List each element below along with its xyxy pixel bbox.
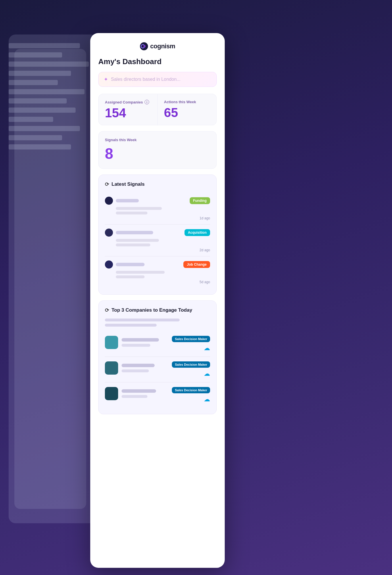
actions-week-label: Actions this Week bbox=[164, 100, 210, 104]
company-info-1 bbox=[122, 338, 172, 347]
signal-top-row-2: Acquisition bbox=[105, 229, 210, 237]
badge-sdm-3: Sales Decision Maker bbox=[172, 387, 210, 393]
signal-desc-bars-2 bbox=[116, 239, 210, 246]
company-name-bar-3 bbox=[122, 389, 156, 393]
cognism-logo-icon bbox=[140, 42, 148, 50]
company-left-3 bbox=[105, 387, 172, 400]
signal-time-3: 5d ago bbox=[105, 280, 210, 284]
background-lines bbox=[9, 43, 98, 154]
company-item-1[interactable]: Sales Decision Maker ☁ bbox=[105, 331, 210, 357]
badge-funding-1: Funding bbox=[190, 197, 210, 204]
company-sub-bar-2 bbox=[122, 369, 149, 372]
latest-signals-header: ⟳ Latest Signals bbox=[105, 181, 210, 187]
company-logo-1 bbox=[105, 336, 118, 349]
latest-signals-title: Latest Signals bbox=[112, 181, 145, 187]
signal-company-row-1 bbox=[105, 197, 139, 205]
companies-header-icon: ⟳ bbox=[105, 307, 109, 313]
signal-item-3[interactable]: Job Change 5d ago bbox=[105, 256, 210, 288]
company-right-3: Sales Decision Maker ☁ bbox=[172, 387, 210, 403]
salesforce-icon-1: ☁ bbox=[204, 344, 210, 352]
signal-desc-bar-2b bbox=[116, 244, 150, 246]
signal-item-2[interactable]: Acquisition 2d ago bbox=[105, 225, 210, 256]
company-info-2 bbox=[122, 364, 172, 372]
signal-item-1[interactable]: Funding 1d ago bbox=[105, 193, 210, 225]
signal-time-2: 2d ago bbox=[105, 248, 210, 252]
signal-desc-bar-1b bbox=[116, 212, 147, 214]
company-item-3[interactable]: Sales Decision Maker ☁ bbox=[105, 382, 210, 408]
assigned-companies-box: Assigned Companies i 154 bbox=[99, 94, 158, 125]
badge-acquisition-2: Acquisition bbox=[185, 229, 210, 236]
assigned-companies-value: 154 bbox=[105, 107, 151, 119]
logo-text: cognism bbox=[150, 43, 175, 50]
signal-desc-bars-1 bbox=[116, 207, 210, 214]
company-left-1 bbox=[105, 336, 172, 349]
dashboard-title: Amy's Dashboard bbox=[98, 57, 217, 66]
top-companies-header: ⟳ Top 3 Companies to Engage Today bbox=[105, 307, 210, 313]
company-left-2 bbox=[105, 361, 172, 375]
latest-signals-card: ⟳ Latest Signals Funding 1d ago bbox=[98, 175, 217, 295]
signal-desc-bar-3a bbox=[116, 271, 165, 274]
signal-top-row-1: Funding bbox=[105, 197, 210, 205]
badge-sdm-1: Sales Decision Maker bbox=[172, 336, 210, 342]
company-intro-bar-1 bbox=[105, 319, 180, 321]
company-sub-bar-3 bbox=[122, 395, 147, 398]
signal-desc-bar-3b bbox=[116, 275, 145, 278]
main-dashboard-card: cognism Amy's Dashboard ✦ Sales director… bbox=[90, 33, 225, 568]
company-intro-bars bbox=[105, 319, 210, 327]
stats-row: Assigned Companies i 154 Actions this We… bbox=[98, 94, 217, 125]
company-info-3 bbox=[122, 389, 172, 398]
signal-avatar-2 bbox=[105, 229, 113, 237]
signal-company-row-2 bbox=[105, 229, 153, 237]
top-companies-card: ⟳ Top 3 Companies to Engage Today Sales … bbox=[98, 300, 217, 414]
signal-desc-bar-2a bbox=[116, 239, 159, 242]
signals-week-label: Signals this Week bbox=[105, 138, 210, 142]
company-name-bar-1 bbox=[122, 338, 159, 342]
salesforce-icon-3: ☁ bbox=[204, 396, 210, 403]
assigned-companies-label: Assigned Companies i bbox=[105, 100, 151, 104]
company-logo-3 bbox=[105, 387, 118, 400]
search-placeholder-text: Sales directors based in London... bbox=[111, 77, 180, 82]
company-sub-bar-1 bbox=[122, 344, 150, 347]
signal-desc-bars-3 bbox=[116, 271, 210, 278]
signal-company-bar-3 bbox=[116, 263, 145, 266]
signals-week-section: Signals this Week 8 bbox=[98, 131, 217, 169]
signal-company-row-3 bbox=[105, 260, 145, 269]
badge-sdm-2: Sales Decision Maker bbox=[172, 361, 210, 368]
actions-week-value: 65 bbox=[164, 106, 210, 119]
signal-company-bar-1 bbox=[116, 199, 139, 202]
signal-time-1: 1d ago bbox=[105, 216, 210, 220]
signal-desc-bar-1a bbox=[116, 207, 162, 210]
signal-avatar-1 bbox=[105, 197, 113, 205]
signals-week-value: 8 bbox=[105, 145, 210, 162]
signal-company-bar-2 bbox=[116, 231, 153, 234]
salesforce-icon-2: ☁ bbox=[204, 370, 210, 377]
sparkle-icon: ✦ bbox=[104, 76, 108, 83]
logo-area: cognism bbox=[98, 42, 217, 50]
company-logo-2 bbox=[105, 361, 118, 375]
info-icon[interactable]: i bbox=[145, 100, 149, 104]
search-bar[interactable]: ✦ Sales directors based in London... bbox=[98, 72, 217, 87]
svg-point-2 bbox=[143, 45, 146, 47]
company-right-2: Sales Decision Maker ☁ bbox=[172, 361, 210, 377]
company-right-1: Sales Decision Maker ☁ bbox=[172, 336, 210, 352]
company-intro-bar-2 bbox=[105, 324, 157, 327]
top-companies-title: Top 3 Companies to Engage Today bbox=[112, 307, 192, 313]
signal-avatar-3 bbox=[105, 260, 113, 269]
company-item-2[interactable]: Sales Decision Maker ☁ bbox=[105, 357, 210, 382]
company-name-bar-2 bbox=[122, 364, 155, 367]
actions-week-box: Actions this Week 65 bbox=[158, 94, 217, 125]
badge-jobchange-3: Job Change bbox=[183, 261, 210, 268]
signal-top-row-3: Job Change bbox=[105, 260, 210, 269]
signals-header-icon: ⟳ bbox=[105, 181, 109, 187]
